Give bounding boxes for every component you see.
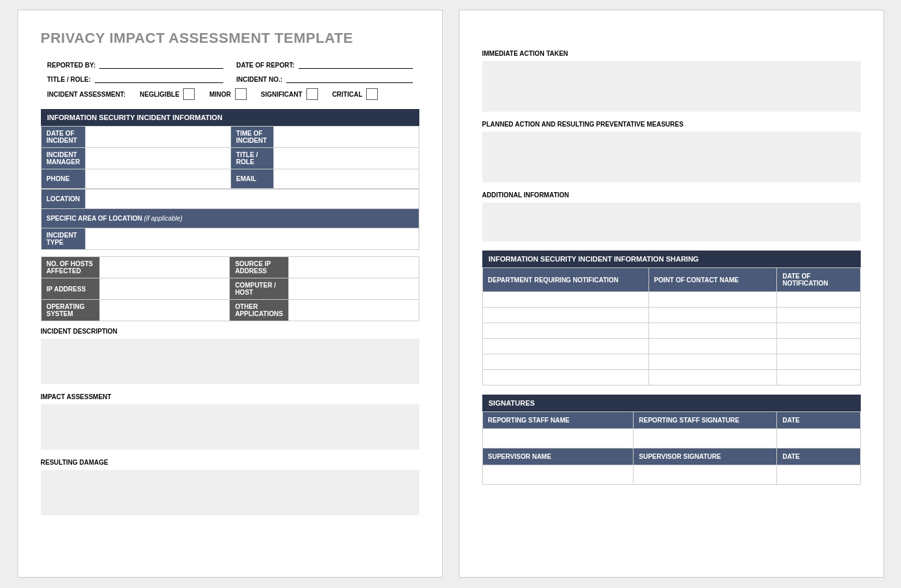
computer-host-input[interactable] — [288, 278, 419, 300]
info-sec-header: INFORMATION SECURITY INCIDENT INFORMATIO… — [41, 109, 419, 126]
sig-date1-input[interactable] — [777, 429, 860, 448]
page-title: PRIVACY IMPACT ASSESSMENT TEMPLATE — [41, 30, 419, 47]
source-ip-input[interactable] — [288, 257, 419, 278]
minor-checkbox[interactable] — [235, 88, 247, 100]
email-label: EMAIL — [230, 169, 273, 189]
resulting-damage-input[interactable] — [41, 470, 419, 515]
os-label: OPERATING SYSTEM — [41, 300, 99, 321]
computer-host-label: COMPUTER / HOST — [230, 278, 289, 300]
sharing-col-contact: POINT OF CONTACT NAME — [648, 268, 777, 292]
phone-label: PHONE — [41, 169, 86, 189]
supervisor-sig-label: SUPERVISOR SIGNATURE — [634, 448, 777, 465]
sharing-table: DEPARTMENT REQUIRING NOTIFICATION POINT … — [482, 267, 861, 386]
time-of-incident-input[interactable] — [273, 127, 419, 148]
hosts-affected-input[interactable] — [99, 257, 230, 278]
immediate-action-input[interactable] — [482, 61, 861, 112]
incident-description-label: INCIDENT DESCRIPTION — [41, 328, 419, 335]
signatures-table: REPORTING STAFF NAME REPORTING STAFF SIG… — [482, 411, 861, 485]
incident-info-table: DATE OF INCIDENT TIME OF INCIDENT INCIDE… — [41, 126, 419, 189]
sharing-col-dept: DEPARTMENT REQUIRING NOTIFICATION — [482, 268, 648, 292]
date-of-incident-label: DATE OF INCIDENT — [41, 127, 86, 148]
minor-label: MINOR — [209, 91, 230, 98]
date-of-incident-input[interactable] — [86, 127, 231, 148]
other-apps-label: OTHER APPLICATIONS — [230, 300, 289, 321]
additional-info-label: ADDITIONAL INFORMATION — [482, 191, 861, 199]
planned-action-label: PLANNED ACTION AND RESULTING PREVENTATIV… — [482, 121, 861, 128]
supervisor-name-input[interactable] — [482, 465, 634, 485]
reporting-name-input[interactable] — [482, 429, 634, 448]
planned-action-input[interactable] — [482, 132, 861, 182]
significant-checkbox[interactable] — [306, 88, 318, 100]
hosts-affected-label: NO. OF HOSTS AFFECTED — [41, 257, 99, 278]
table-row[interactable] — [482, 308, 648, 323]
form-page-1: PRIVACY IMPACT ASSESSMENT TEMPLATE REPOR… — [18, 10, 443, 578]
immediate-action-label: IMMEDIATE ACTION TAKEN — [482, 50, 861, 57]
email-input[interactable] — [273, 169, 419, 189]
table-row[interactable] — [482, 339, 648, 354]
title-role-input[interactable] — [95, 74, 223, 83]
title-role-cell-input[interactable] — [273, 148, 419, 169]
date-of-report-label: DATE OF REPORT: — [236, 62, 295, 69]
additional-info-input[interactable] — [482, 202, 861, 241]
table-row[interactable] — [482, 292, 648, 308]
form-page-2: IMMEDIATE ACTION TAKEN PLANNED ACTION AN… — [459, 10, 884, 578]
critical-label: CRITICAL — [332, 91, 363, 98]
location-table: LOCATION SPECIFIC AREA OF LOCATION (if a… — [41, 189, 419, 250]
other-apps-input[interactable] — [288, 300, 419, 321]
sharing-col-date: DATE OF NOTIFICATION — [777, 268, 860, 292]
reporting-sig-input[interactable] — [634, 429, 777, 448]
tech-details-table: NO. OF HOSTS AFFECTED SOURCE IP ADDRESS … — [41, 256, 419, 321]
time-of-incident-label: TIME OF INCIDENT — [230, 127, 273, 148]
ip-address-label: IP ADDRESS — [41, 278, 99, 300]
significant-label: SIGNIFICANT — [261, 91, 302, 98]
impact-assessment-label: IMPACT ASSESSMENT — [41, 393, 419, 400]
reporting-sig-label: REPORTING STAFF SIGNATURE — [634, 412, 777, 429]
impact-assessment-input[interactable] — [41, 404, 419, 450]
incident-no-input[interactable] — [286, 74, 412, 83]
date-of-report-input[interactable] — [299, 60, 413, 69]
table-row[interactable] — [482, 354, 648, 370]
header-fields: REPORTED BY: DATE OF REPORT: TITLE / ROL… — [47, 60, 413, 100]
title-role-label: TITLE / ROLE: — [47, 76, 91, 83]
reported-by-input[interactable] — [99, 60, 223, 69]
negligible-label: NEGLIGIBLE — [140, 91, 179, 98]
sig-date1-label: DATE — [777, 412, 860, 429]
table-row[interactable] — [482, 323, 648, 339]
sharing-header: INFORMATION SECURITY INCIDENT INFORMATIO… — [482, 251, 861, 267]
sig-date2-input[interactable] — [777, 465, 860, 485]
critical-checkbox[interactable] — [366, 88, 378, 100]
title-role-cell-label: TITLE / ROLE — [230, 148, 273, 169]
sig-date2-label: DATE — [777, 448, 860, 465]
incident-no-label: INCIDENT NO.: — [236, 76, 282, 83]
supervisor-name-label: SUPERVISOR NAME — [482, 448, 634, 465]
table-row[interactable] — [482, 370, 648, 386]
reported-by-label: REPORTED BY: — [47, 62, 96, 69]
location-input[interactable] — [85, 190, 419, 209]
incident-type-label: INCIDENT TYPE — [41, 228, 85, 250]
assessment-label: INCIDENT ASSESSMENT: — [47, 91, 126, 98]
reporting-name-label: REPORTING STAFF NAME — [482, 412, 634, 429]
incident-manager-label: INCIDENT MANAGER — [41, 148, 86, 169]
specific-area-label: SPECIFIC AREA OF LOCATION (if applicable… — [41, 209, 419, 228]
os-input[interactable] — [99, 300, 230, 321]
negligible-checkbox[interactable] — [183, 88, 195, 100]
incident-type-input[interactable] — [85, 228, 419, 250]
incident-description-input[interactable] — [41, 339, 419, 384]
location-label: LOCATION — [41, 190, 85, 209]
incident-manager-input[interactable] — [86, 148, 231, 169]
source-ip-label: SOURCE IP ADDRESS — [230, 257, 289, 278]
supervisor-sig-input[interactable] — [634, 465, 777, 485]
phone-input[interactable] — [86, 169, 231, 189]
signatures-header: SIGNATURES — [482, 395, 861, 411]
resulting-damage-label: RESULTING DAMAGE — [41, 459, 419, 466]
ip-address-input[interactable] — [99, 278, 230, 300]
